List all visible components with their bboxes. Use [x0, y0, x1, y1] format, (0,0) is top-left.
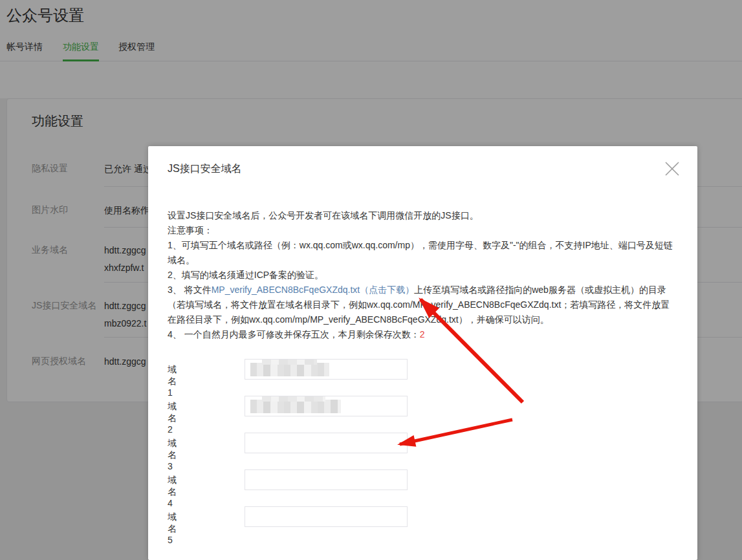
- domain3-label: 域名3: [168, 438, 177, 471]
- remaining-saves-count: 2: [420, 329, 425, 339]
- download-verify-file-link[interactable]: MP_verify_ABECN8BcFqeGXZdq.txt（点击下载）: [212, 285, 415, 295]
- domain5-input[interactable]: [245, 506, 408, 527]
- domain1-input[interactable]: [245, 359, 408, 380]
- dialog-title: JS接口安全域名: [168, 162, 242, 176]
- note-3-prefix: 3、 将文件: [168, 285, 212, 295]
- js-domain-dialog: JS接口安全域名 设置JS接口安全域名后，公众号开发者可在该域名下调用微信开放的…: [148, 146, 697, 560]
- domain4-label: 域名4: [168, 475, 177, 508]
- intro-text: 设置JS接口安全域名后，公众号开发者可在该域名下调用微信开放的JS接口。: [168, 208, 679, 223]
- note-2: 2、填写的域名须通过ICP备案的验证。: [168, 268, 679, 283]
- domain1-label: 域名1: [168, 364, 177, 398]
- note-3: 3、 将文件MP_verify_ABECN8BcFqeGXZdq.txt（点击下…: [168, 283, 679, 327]
- dialog-instructions: 设置JS接口安全域名后，公众号开发者可在该域名下调用微信开放的JS接口。 注意事…: [168, 208, 679, 342]
- domain2-input[interactable]: [245, 396, 408, 416]
- domain5-label: 域名5: [168, 512, 177, 545]
- note-4-prefix: 4、 一个自然月内最多可修改并保存五次，本月剩余保存次数：: [168, 329, 420, 339]
- note-1: 1、可填写五个域名或路径（例：wx.qq.com或wx.qq.com/mp），需…: [168, 238, 679, 268]
- domain4-input[interactable]: [245, 469, 408, 490]
- note-4: 4、 一个自然月内最多可修改并保存五次，本月剩余保存次数：2: [168, 327, 679, 342]
- domain3-input[interactable]: [245, 433, 408, 453]
- redacted-value: [250, 400, 341, 413]
- screen: 公众号设置 帐号详情 功能设置 授权管理 功能设置 隐私设置 已允许 通过 图片…: [0, 0, 742, 560]
- domain2-label: 域名2: [168, 401, 177, 435]
- close-icon[interactable]: [664, 160, 681, 177]
- redacted-value: [250, 363, 329, 376]
- notes-heading: 注意事项：: [168, 223, 679, 238]
